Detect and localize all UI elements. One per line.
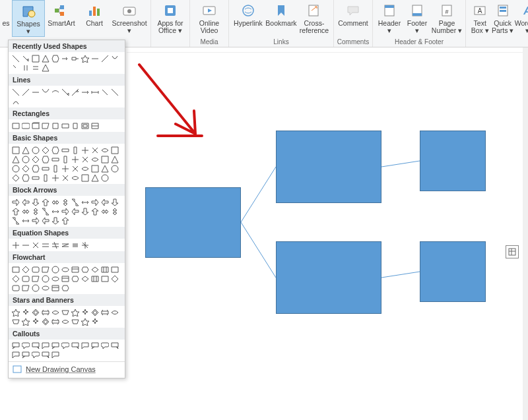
shape-option[interactable] — [100, 308, 110, 316]
shape-option[interactable] — [100, 173, 110, 182]
shape-option[interactable] — [41, 265, 50, 274]
page-number-button[interactable]: # Page Number ▾ — [431, 0, 463, 37]
shape-option[interactable] — [100, 88, 110, 96]
shape-option[interactable] — [21, 164, 30, 173]
new-drawing-canvas-button[interactable]: New Drawing Canvas — [9, 361, 125, 376]
shape-option[interactable] — [90, 198, 100, 206]
diagram-box[interactable] — [276, 241, 381, 314]
shape-option[interactable] — [31, 121, 40, 130]
shape-option[interactable] — [11, 241, 20, 249]
document-canvas[interactable] — [127, 47, 528, 420]
shape-option[interactable] — [51, 207, 60, 216]
shape-option[interactable] — [51, 198, 60, 206]
shape-option[interactable] — [51, 88, 60, 96]
shape-option[interactable] — [90, 88, 100, 96]
shape-option[interactable] — [51, 241, 60, 249]
shape-option[interactable] — [61, 173, 70, 182]
shape-option[interactable] — [71, 241, 80, 249]
shape-option[interactable] — [90, 146, 100, 154]
shape-option[interactable] — [51, 216, 60, 225]
shape-option[interactable] — [51, 121, 60, 130]
shape-option[interactable] — [71, 88, 80, 96]
shape-option[interactable] — [41, 241, 50, 249]
quickparts-button[interactable]: Quick Parts ▾ — [491, 0, 513, 37]
shape-option[interactable] — [11, 317, 20, 326]
shape-option[interactable] — [21, 216, 30, 225]
shape-option[interactable] — [21, 351, 30, 359]
shape-option[interactable] — [90, 317, 100, 326]
shape-option[interactable] — [61, 121, 70, 130]
shape-option[interactable] — [51, 317, 60, 326]
shape-option[interactable] — [61, 198, 70, 206]
shape-option[interactable] — [100, 342, 110, 350]
shape-option[interactable] — [61, 342, 70, 350]
shape-option[interactable] — [31, 284, 40, 292]
shape-option[interactable] — [71, 207, 80, 216]
shape-option[interactable] — [11, 216, 20, 225]
smartart-button[interactable]: SmartArt — [45, 0, 78, 37]
shape-option[interactable] — [61, 274, 70, 283]
shape-option[interactable] — [31, 216, 40, 225]
shape-option[interactable] — [90, 173, 100, 182]
shape-option[interactable] — [71, 317, 80, 326]
shape-option[interactable] — [61, 216, 70, 225]
shape-option[interactable] — [41, 173, 50, 182]
shape-option[interactable] — [90, 265, 100, 274]
shape-option[interactable] — [21, 241, 30, 249]
shape-option[interactable] — [90, 342, 100, 350]
shape-option[interactable] — [41, 308, 50, 316]
shape-option[interactable] — [31, 241, 40, 249]
shape-option[interactable] — [100, 164, 110, 173]
diagram-box[interactable] — [145, 187, 241, 258]
shape-option[interactable] — [21, 308, 30, 316]
shape-option[interactable] — [90, 207, 100, 216]
shape-option[interactable] — [41, 198, 50, 206]
shape-option[interactable] — [81, 88, 90, 96]
shape-option[interactable] — [51, 164, 60, 173]
shape-option[interactable] — [90, 155, 100, 164]
shape-option[interactable] — [61, 54, 70, 63]
shape-option[interactable] — [31, 164, 40, 173]
shape-option[interactable] — [51, 274, 60, 283]
shape-option[interactable] — [41, 216, 50, 225]
shape-option[interactable] — [71, 164, 80, 173]
shape-option[interactable] — [21, 155, 30, 164]
shape-option[interactable] — [21, 121, 30, 130]
shape-option[interactable] — [100, 274, 110, 283]
shape-option[interactable] — [11, 198, 20, 206]
shape-option[interactable] — [71, 54, 80, 63]
shape-option[interactable] — [81, 54, 90, 63]
shape-option[interactable] — [41, 207, 50, 216]
shape-option[interactable] — [31, 146, 40, 154]
shape-option[interactable] — [51, 351, 60, 359]
shape-option[interactable] — [41, 342, 50, 350]
shape-option[interactable] — [61, 308, 70, 316]
shape-option[interactable] — [21, 146, 30, 154]
shape-option[interactable] — [110, 274, 119, 283]
apps-for-office-button[interactable]: Apps for Office ▾ — [154, 0, 187, 37]
shape-option[interactable] — [11, 274, 20, 283]
shape-option[interactable] — [71, 121, 80, 130]
shape-option[interactable] — [31, 351, 40, 359]
wordart-button[interactable]: A WordArt▾ — [514, 0, 528, 37]
shape-option[interactable] — [41, 284, 50, 292]
shape-option[interactable] — [61, 241, 70, 249]
shape-option[interactable] — [90, 308, 100, 316]
shape-option[interactable] — [21, 88, 30, 96]
shape-option[interactable] — [90, 121, 100, 130]
shape-option[interactable] — [110, 164, 119, 173]
shape-option[interactable] — [90, 274, 100, 283]
shape-option[interactable] — [31, 63, 40, 72]
shape-option[interactable] — [41, 63, 50, 72]
comment-button[interactable]: Comment — [337, 0, 370, 37]
shape-option[interactable] — [81, 308, 90, 316]
layout-options-button[interactable] — [506, 245, 519, 258]
shape-option[interactable] — [81, 121, 90, 130]
shape-option[interactable] — [100, 265, 110, 274]
online-video-button[interactable]: Online Video — [193, 0, 226, 37]
shape-option[interactable] — [71, 173, 80, 182]
shape-option[interactable] — [110, 308, 119, 316]
shape-option[interactable] — [21, 173, 30, 182]
shape-option[interactable] — [81, 241, 90, 249]
shape-option[interactable] — [51, 155, 60, 164]
